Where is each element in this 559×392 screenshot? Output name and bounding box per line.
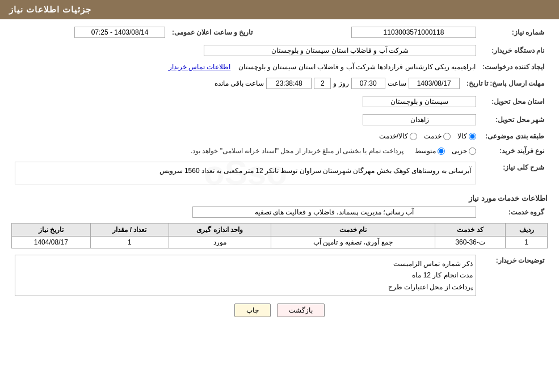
description-label: شرح کلی نیاز: [480, 160, 548, 189]
process-motawaset-option[interactable]: متوسط [415, 147, 445, 155]
category-kala-label: کالا [457, 132, 467, 140]
info-table-service-group: گروه خدمت: آب رسانی؛ مدیریت پسماند، فاضل… [11, 205, 548, 220]
category-radio-group: کالا خدمت کالا/خدمت [15, 132, 476, 140]
info-table-description: شرح کلی نیاز: oSso آبرسانی به روستاهای ک… [11, 160, 548, 189]
service-group-value: آب رسانی؛ مدیریت پسماند، فاضلاب و فعالیت… [192, 206, 476, 218]
description-box: oSso آبرسانی به روستاهای کوهک بخش مهرگان… [15, 162, 476, 184]
city-value: زاهدان [363, 114, 476, 125]
deadline-time-label: ساعت [388, 79, 406, 87]
process-motawaset-radio[interactable] [438, 147, 445, 155]
page-wrapper: جزئیات اطلاعات نیاز شماره نیاز: 11030035… [0, 0, 559, 392]
main-content: شماره نیاز: 1103003571000118 تاریخ و ساع… [0, 19, 559, 328]
note-line: مدت انجام کار 12 ماه [18, 269, 473, 281]
info-table-creator: ایجاد کننده درخواست: ابراهیمیه ریکی کارش… [11, 61, 548, 73]
announce-label: تاریخ و ساعت اعلان عمومی: [169, 25, 256, 40]
description-text: آبرسانی به روستاهای کوهک بخش مهرگان شهرس… [159, 167, 471, 175]
process-note: پرداخت تمام یا بخشی از مبلغ خریدار از مح… [191, 147, 404, 155]
category-cell: کالا خدمت کالا/خدمت [11, 130, 480, 142]
page-header: جزئیات اطلاعات نیاز [0, 0, 559, 19]
cell-unit: مورد [169, 237, 271, 248]
process-jozi-radio[interactable] [469, 147, 476, 155]
note-line: پرداخت از محل اعتبارات طرح [18, 281, 473, 293]
category-kala-khedmat-option[interactable]: کالا/خدمت [379, 132, 417, 140]
buyer-notes-label: توضیحات خریدار: [480, 253, 548, 298]
service-group-cell: آب رسانی؛ مدیریت پسماند، فاضلاب و فعالیت… [11, 205, 480, 220]
province-value: سیستان و بلوچستان [363, 96, 476, 107]
announce-value: 1403/08/14 - 07:25 [74, 27, 165, 38]
info-table-notes: توضیحات خریدار: ذکر شماره تماس الزامیستم… [11, 253, 548, 298]
need-number-cell: 1103003571000118 [267, 25, 480, 40]
cell-quantity: 1 [90, 237, 169, 248]
process-jozi-label: جزیی [452, 147, 467, 155]
col-header-date: تاریخ نیاز [12, 224, 91, 237]
category-khedmat-label: خدمت [424, 132, 442, 140]
cell-date: 1404/08/17 [12, 237, 91, 248]
service-group-label: گروه خدمت: [480, 205, 548, 220]
buyer-org-label: نام دستگاه خریدار: [480, 43, 548, 58]
deadline-cell: 1403/08/17 ساعت 07:30 روز و 2 23:38:48 س… [11, 76, 463, 91]
process-jozi-option[interactable]: جزیی [452, 147, 476, 155]
info-table-process: نوع فرآیند خرید: جزیی متوسط پرداخت تمام … [11, 145, 548, 157]
buyer-notes-box: ذکر شماره تماس الزامیستمدت انجام کار 12 … [15, 255, 476, 296]
province-cell: سیستان و بلوچستان [11, 94, 480, 109]
need-number-label: شماره نیاز: [480, 25, 548, 40]
deadline-day-label: روز و [333, 79, 348, 87]
process-motawaset-label: متوسط [415, 147, 436, 155]
description-cell: oSso آبرسانی به روستاهای کوهک بخش مهرگان… [11, 160, 480, 189]
col-header-unit: واحد اندازه گیری [169, 224, 271, 237]
cell-code: ت-36-360 [435, 237, 506, 248]
info-table-province: استان محل تحویل: سیستان و بلوچستان [11, 94, 548, 109]
city-label: شهر محل تحویل: [480, 112, 548, 127]
process-cell: جزیی متوسط پرداخت تمام یا بخشی از مبلغ خ… [11, 145, 480, 157]
cell-name: جمع آوری، تصفیه و تامین آب [271, 237, 435, 248]
category-khedmat-radio[interactable] [443, 133, 451, 140]
info-table-top: شماره نیاز: 1103003571000118 تاریخ و ساع… [11, 25, 548, 40]
col-header-row: ردیف [506, 224, 548, 237]
print-button[interactable]: چاپ [234, 304, 271, 317]
process-label: نوع فرآیند خرید: [480, 145, 548, 157]
category-khedmat-option[interactable]: خدمت [424, 132, 451, 140]
process-radio-group: جزیی متوسط پرداخت تمام یا بخشی از مبلغ خ… [15, 147, 476, 155]
need-number-value: 1103003571000118 [351, 27, 476, 38]
creator-label: ایجاد کننده درخواست: [479, 61, 548, 73]
back-button[interactable]: بازگشت [277, 304, 325, 317]
buyer-org-value: شرکت آب و فاضلاب استان سیستان و بلوچستان [204, 45, 476, 56]
service-info-title: اطلاعات خدمات مورد نیاز [11, 194, 548, 203]
creator-value: ابراهیمیه ریکی کارشناس قراردادها شرکت آب… [238, 63, 476, 71]
bottom-buttons: بازگشت چاپ [11, 304, 548, 317]
province-label: استان محل تحویل: [480, 94, 548, 109]
col-header-code: کد خدمت [435, 224, 506, 237]
category-kala-khedmat-radio[interactable] [410, 133, 417, 140]
deadline-remaining-label: ساعت باقی مانده [215, 79, 264, 87]
deadline-remaining-value: 23:38:48 [266, 78, 312, 89]
info-table-category: طبقه بندی موضوعی: کالا خدمت [11, 130, 548, 142]
col-header-quantity: تعداد / مقدار [90, 224, 169, 237]
deadline-time-value: 07:30 [351, 78, 385, 89]
buyer-notes-cell: ذکر شماره تماس الزامیستمدت انجام کار 12 … [11, 253, 480, 298]
announce-cell: 1403/08/14 - 07:25 [11, 25, 169, 40]
info-table-deadline: مهلت ارسال پاسخ: تا تاریخ: 1403/08/17 سا… [11, 76, 548, 91]
deadline-days-value: 2 [314, 78, 331, 89]
deadline-date-value: 1403/08/17 [409, 78, 460, 89]
city-cell: زاهدان [11, 112, 480, 127]
info-table-city: شهر محل تحویل: زاهدان [11, 112, 548, 127]
category-kala-khedmat-label: کالا/خدمت [379, 132, 408, 140]
page-title: جزئیات اطلاعات نیاز [9, 5, 91, 14]
services-table: ردیف کد خدمت نام خدمت واحد اندازه گیری ت… [11, 223, 548, 248]
category-label: طبقه بندی موضوعی: [480, 130, 548, 142]
creator-cell: ابراهیمیه ریکی کارشناس قراردادها شرکت آب… [11, 61, 479, 73]
table-row: 1ت-36-360جمع آوری، تصفیه و تامین آبمورد1… [12, 237, 548, 248]
category-kala-option[interactable]: کالا [457, 132, 476, 140]
deadline-label: مهلت ارسال پاسخ: تا تاریخ: [463, 76, 548, 91]
note-line: ذکر شماره تماس الزامیست [18, 258, 473, 269]
cell-row: 1 [506, 237, 548, 248]
category-kala-radio[interactable] [469, 133, 476, 140]
buyer-org-cell: شرکت آب و فاضلاب استان سیستان و بلوچستان [11, 43, 480, 58]
contact-link[interactable]: اطلاعات تماس خریدار [169, 63, 231, 71]
col-header-name: نام خدمت [271, 224, 435, 237]
info-table-buyer: نام دستگاه خریدار: شرکت آب و فاضلاب استا… [11, 43, 548, 58]
